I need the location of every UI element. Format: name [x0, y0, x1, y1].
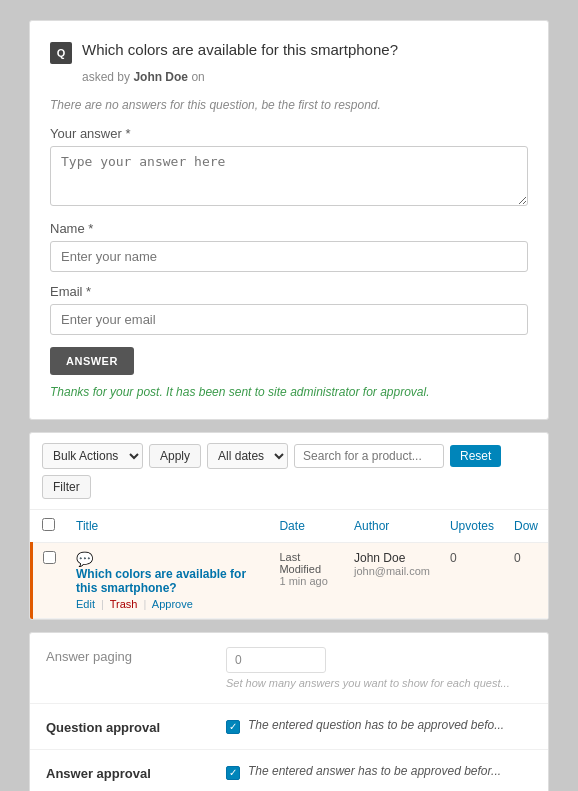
- asked-by-name: John Doe: [133, 70, 188, 84]
- answer-paging-value: Set how many answers you want to show fo…: [226, 647, 532, 689]
- trash-link[interactable]: Trash: [110, 598, 138, 610]
- apply-button[interactable]: Apply: [149, 444, 201, 468]
- answer-paging-input[interactable]: [226, 647, 326, 673]
- row-dow-cell: 0: [504, 543, 548, 619]
- search-product-input[interactable]: [294, 444, 444, 468]
- question-title: Which colors are available for this smar…: [82, 41, 398, 58]
- q-icon: Q: [50, 42, 72, 64]
- question-approval-text: The entered question has to be approved …: [248, 718, 504, 732]
- question-approval-row: Question approval The entered question h…: [30, 704, 548, 750]
- col-author[interactable]: Author: [344, 510, 440, 543]
- question-approval-checkbox[interactable]: [226, 720, 240, 734]
- questions-table: Title Date Author Upvotes Dow 💬 Which co…: [30, 510, 548, 619]
- name-input[interactable]: [50, 241, 528, 272]
- date-value: 1 min ago: [279, 575, 334, 587]
- answer-approval-value: The entered answer has to be approved be…: [226, 764, 532, 780]
- filter-button[interactable]: Filter: [42, 475, 91, 499]
- question-approval-check-row: The entered question has to be approved …: [226, 718, 532, 734]
- name-group: Name *: [50, 221, 528, 272]
- answer-label: Your answer *: [50, 126, 528, 141]
- question-approval-value: The entered question has to be approved …: [226, 718, 532, 734]
- col-checkbox[interactable]: [32, 510, 67, 543]
- answer-paging-label: Answer paging: [46, 647, 206, 664]
- question-header: Q Which colors are available for this sm…: [50, 41, 528, 64]
- col-upvotes[interactable]: Upvotes: [440, 510, 504, 543]
- email-input[interactable]: [50, 304, 528, 335]
- email-group: Email *: [50, 284, 528, 335]
- all-dates-select[interactable]: All dates: [207, 443, 288, 469]
- row-title-link[interactable]: Which colors are available for this smar…: [76, 567, 259, 595]
- table-panel: Bulk Actions Apply All dates Reset Filte…: [29, 432, 549, 620]
- reset-button[interactable]: Reset: [450, 445, 501, 467]
- table-row: 💬 Which colors are available for this sm…: [32, 543, 549, 619]
- settings-panel: Answer paging Set how many answers you w…: [29, 632, 549, 791]
- answer-textarea[interactable]: [50, 146, 528, 206]
- author-email: john@mail.com: [354, 565, 430, 577]
- col-date[interactable]: Date: [269, 510, 344, 543]
- answer-group: Your answer *: [50, 126, 528, 209]
- answer-approval-text: The entered answer has to be approved be…: [248, 764, 501, 778]
- select-all-checkbox[interactable]: [42, 518, 55, 531]
- success-message: Thanks for your post. It has been sent t…: [50, 385, 528, 399]
- row-date-cell: Last Modified 1 min ago: [269, 543, 344, 619]
- answer-approval-checkbox[interactable]: [226, 766, 240, 780]
- no-answers-text: There are no answers for this question, …: [50, 98, 528, 112]
- answer-approval-check-row: The entered answer has to be approved be…: [226, 764, 532, 780]
- approve-link[interactable]: Approve: [152, 598, 193, 610]
- answer-approval-label: Answer approval: [46, 764, 206, 781]
- answer-approval-row: Answer approval The entered answer has t…: [30, 750, 548, 791]
- name-label: Name *: [50, 221, 528, 236]
- asked-by: asked by John Doe on: [82, 70, 528, 84]
- qa-panel: Q Which colors are available for this sm…: [29, 20, 549, 420]
- email-label: Email *: [50, 284, 528, 299]
- row-author-cell: John Doe john@mail.com: [344, 543, 440, 619]
- comment-icon: 💬: [76, 551, 93, 567]
- col-dow[interactable]: Dow: [504, 510, 548, 543]
- row-title-cell: 💬 Which colors are available for this sm…: [66, 543, 269, 619]
- row-checkbox[interactable]: [43, 551, 56, 564]
- author-name: John Doe: [354, 551, 430, 565]
- bulk-actions-select[interactable]: Bulk Actions: [42, 443, 143, 469]
- answer-paging-hint: Set how many answers you want to show fo…: [226, 677, 532, 689]
- answer-paging-row: Answer paging Set how many answers you w…: [30, 633, 548, 704]
- answer-button[interactable]: ANSWER: [50, 347, 134, 375]
- row-actions: Edit | Trash | Approve: [76, 598, 259, 610]
- row-checkbox-cell: [32, 543, 67, 619]
- edit-link[interactable]: Edit: [76, 598, 95, 610]
- question-approval-label: Question approval: [46, 718, 206, 735]
- date-label: Last Modified: [279, 551, 334, 575]
- row-upvotes-cell: 0: [440, 543, 504, 619]
- page-wrapper: Q Which colors are available for this sm…: [29, 20, 549, 791]
- toolbar: Bulk Actions Apply All dates Reset Filte…: [30, 433, 548, 510]
- col-title[interactable]: Title: [66, 510, 269, 543]
